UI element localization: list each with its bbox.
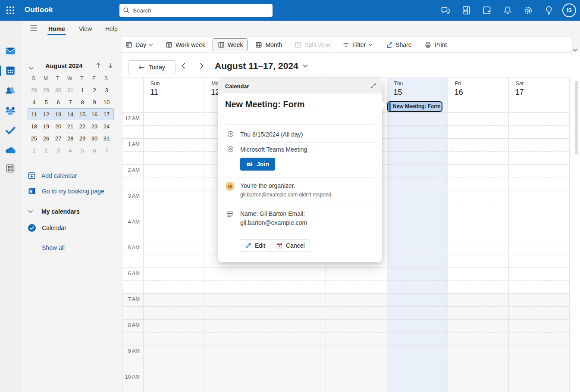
search-input[interactable]	[133, 7, 269, 14]
tips-icon[interactable]	[544, 5, 554, 16]
mini-calendar-day[interactable]: 2	[40, 147, 52, 154]
month-picker-chevron-icon[interactable]	[28, 64, 34, 72]
mini-calendar-day[interactable]: 22	[76, 123, 88, 130]
pencil-icon	[245, 242, 252, 249]
settings-icon[interactable]	[523, 5, 533, 16]
rail-selected-indicator	[0, 65, 1, 76]
more-apps-icon[interactable]	[6, 164, 17, 175]
mini-calendar-day[interactable]: 28	[64, 135, 76, 142]
app-launcher-icon[interactable]	[6, 6, 15, 17]
grid-line	[122, 371, 569, 371]
join-button[interactable]: T Join	[240, 158, 275, 171]
mini-calendar-day[interactable]: 4	[64, 147, 76, 154]
view-button-week[interactable]: Week	[213, 38, 248, 51]
mini-calendar-day[interactable]: 14	[64, 111, 76, 118]
event-chip[interactable]: New Meeting: Form	[387, 101, 442, 112]
previous-month-icon[interactable]	[95, 62, 102, 71]
time-label: 1 AM	[122, 141, 140, 147]
grid-scrollbar[interactable]	[574, 78, 579, 390]
todo-icon[interactable]	[5, 124, 16, 136]
mini-calendar-day[interactable]: 7	[100, 147, 113, 154]
tab-home[interactable]: Home	[47, 24, 66, 34]
day-header-fri[interactable]: Fri16	[448, 78, 508, 112]
next-month-icon[interactable]	[107, 62, 114, 71]
day-header-sat[interactable]: Sat17	[508, 78, 569, 112]
mini-calendar-day[interactable]: 9	[88, 99, 100, 106]
mini-calendar-day[interactable]: 30	[52, 87, 64, 93]
mini-calendar-day[interactable]: 1	[76, 87, 88, 93]
mini-calendar-day[interactable]: 24	[100, 123, 113, 130]
mini-calendar-day[interactable]: 2	[88, 87, 100, 93]
scrollbar-thumb[interactable]	[575, 81, 578, 154]
mini-calendar-day[interactable]: 4	[28, 99, 40, 106]
mail-icon[interactable]	[5, 45, 16, 56]
mini-calendar-day[interactable]: 8	[76, 99, 88, 106]
cancel-button[interactable]: Cancel	[271, 239, 310, 252]
account-avatar[interactable]: IS	[562, 3, 576, 17]
mini-calendar-day[interactable]: 3	[100, 87, 113, 93]
search-bar[interactable]	[119, 4, 273, 17]
teams-icon: T	[246, 161, 253, 168]
show-all-link[interactable]: Show all	[42, 244, 65, 251]
mini-calendar-day[interactable]: 31	[64, 87, 76, 93]
mini-calendar-day[interactable]: 27	[52, 135, 64, 142]
mini-calendar-day[interactable]: 16	[88, 111, 100, 118]
mini-calendar-day[interactable]: 21	[64, 123, 76, 130]
chat-icon[interactable]	[440, 5, 451, 16]
mini-calendar-day-letter: T	[52, 75, 64, 81]
add-calendar-label: Add calendar	[41, 172, 77, 179]
mini-calendar-day[interactable]: 7	[64, 99, 76, 106]
mini-calendar-day[interactable]: 18	[28, 123, 40, 130]
filter-button[interactable]: Filter	[338, 38, 377, 51]
notifications-icon[interactable]	[502, 5, 513, 16]
day-header-sun[interactable]: Sun11	[143, 78, 204, 112]
view-button-month[interactable]: Month	[250, 38, 287, 51]
calendar-week-icon	[217, 41, 225, 49]
tasks-icon[interactable]	[482, 5, 492, 16]
mini-calendar-day[interactable]: 1	[28, 147, 40, 154]
mini-calendar-grid: 2829303112345678910111213141516171819202…	[28, 84, 114, 156]
mini-calendar-day[interactable]: 5	[76, 147, 88, 154]
add-calendar-link[interactable]: Add calendar	[28, 171, 77, 180]
tab-help[interactable]: Help	[104, 24, 119, 34]
booking-page-link[interactable]: B Go to my booking page	[28, 187, 104, 196]
mini-calendar-day[interactable]: 28	[28, 87, 40, 93]
share-button[interactable]: Share	[381, 38, 416, 51]
mini-calendar-day[interactable]: 6	[52, 99, 64, 106]
print-button[interactable]: Print	[420, 38, 451, 51]
mini-calendar-day[interactable]: 29	[40, 87, 52, 93]
mini-calendar-day[interactable]: 25	[28, 135, 40, 142]
view-button-work-week[interactable]: Work week	[160, 38, 210, 51]
mini-calendar-day[interactable]: 19	[40, 123, 52, 130]
mini-calendar-day[interactable]: 6	[88, 147, 100, 154]
calendar-icon[interactable]	[5, 65, 16, 76]
mini-calendar-day[interactable]: 20	[52, 123, 64, 130]
hamburger-menu-icon[interactable]	[29, 24, 38, 34]
people-icon[interactable]	[5, 85, 16, 96]
edit-button[interactable]: Edit	[240, 239, 270, 252]
onenote-icon[interactable]: N	[461, 5, 471, 16]
mini-calendar-day[interactable]: 10	[100, 99, 113, 106]
mini-calendar-day[interactable]: 12	[40, 111, 52, 118]
mini-calendar-day[interactable]: 17	[100, 111, 113, 118]
calendar-list-item[interactable]: Calendar	[28, 224, 66, 232]
mini-calendar-day[interactable]: 5	[40, 99, 52, 106]
calendar-workweek-icon	[165, 41, 173, 49]
day-number: 11	[150, 88, 158, 97]
mini-calendar-day[interactable]: 23	[88, 123, 100, 130]
mini-calendar-day[interactable]: 26	[40, 135, 52, 142]
onedrive-icon[interactable]	[4, 144, 16, 156]
view-button-day[interactable]: Day	[120, 38, 158, 51]
view-button-label: Month	[265, 41, 282, 48]
mini-calendar-day[interactable]: 30	[88, 135, 100, 142]
my-calendars-section[interactable]: My calendars	[28, 208, 80, 215]
mini-calendar-day[interactable]: 3	[52, 147, 64, 154]
groups-icon[interactable]	[5, 105, 16, 116]
expand-icon[interactable]	[370, 82, 377, 91]
tab-view[interactable]: View	[78, 24, 93, 34]
mini-calendar-day[interactable]: 31	[100, 135, 113, 142]
mini-calendar-day[interactable]: 11	[28, 111, 40, 118]
mini-calendar-day[interactable]: 13	[52, 111, 64, 118]
mini-calendar-day[interactable]: 15	[76, 111, 88, 118]
mini-calendar-day[interactable]: 29	[76, 135, 88, 142]
